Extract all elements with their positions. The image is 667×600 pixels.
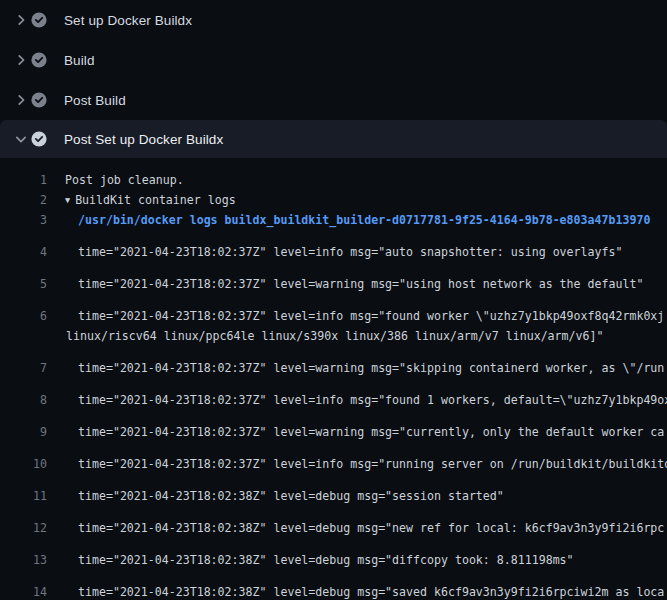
line-number[interactable]: 13 [0, 550, 47, 570]
step-header-build[interactable]: Build [0, 40, 667, 80]
check-circle-icon [31, 12, 47, 28]
check-circle-icon [31, 52, 47, 68]
log-line: 6time="2021-04-23T18:02:37Z" level=info … [0, 294, 667, 326]
line-number[interactable]: 8 [0, 390, 47, 410]
line-number[interactable]: 5 [0, 274, 47, 294]
log-text: time="2021-04-23T18:02:38Z" level=debug … [47, 550, 574, 570]
chevron-right-icon [13, 52, 29, 68]
log-command-text: /usr/bin/docker logs buildx_buildkit_bui… [47, 210, 650, 230]
log-line: 3/usr/bin/docker logs buildx_buildkit_bu… [0, 210, 667, 230]
log-line: 14time="2021-04-23T18:02:38Z" level=debu… [0, 570, 667, 600]
step-header-post-build[interactable]: Post Build [0, 80, 667, 120]
log-line: 7time="2021-04-23T18:02:37Z" level=warni… [0, 346, 667, 378]
log-text: time="2021-04-23T18:02:37Z" level=warnin… [47, 358, 664, 378]
log-line: 13time="2021-04-23T18:02:38Z" level=debu… [0, 538, 667, 570]
check-circle-icon [31, 92, 47, 108]
log-text: time="2021-04-23T18:02:37Z" level=info m… [47, 454, 667, 474]
chevron-right-icon [13, 12, 29, 28]
step-title: Set up Docker Buildx [64, 13, 192, 28]
step-title: Build [64, 53, 95, 68]
check-circle-icon [31, 131, 47, 147]
log-line: 4time="2021-04-23T18:02:37Z" level=info … [0, 230, 667, 262]
line-number[interactable]: 7 [0, 358, 47, 378]
log-line: 8time="2021-04-23T18:02:37Z" level=info … [0, 378, 667, 410]
line-number[interactable]: 4 [0, 242, 47, 262]
step-title: Post Build [64, 93, 126, 108]
step-header-set-up-docker-buildx[interactable]: Set up Docker Buildx [0, 0, 667, 40]
log-line: 10time="2021-04-23T18:02:37Z" level=info… [0, 442, 667, 474]
line-number[interactable]: 1 [0, 170, 47, 190]
step-title: Post Set up Docker Buildx [64, 132, 223, 147]
log-lines: 1Post job cleanup.2▼BuildKit container l… [0, 158, 667, 600]
line-number[interactable]: 12 [0, 518, 47, 538]
log-line: 12time="2021-04-23T18:02:38Z" level=debu… [0, 506, 667, 538]
line-number[interactable]: 9 [0, 422, 47, 442]
line-number[interactable]: 3 [0, 210, 47, 230]
log-text: time="2021-04-23T18:02:38Z" level=debug … [47, 518, 664, 538]
log-text: time="2021-04-23T18:02:38Z" level=debug … [47, 486, 504, 506]
line-number[interactable]: 10 [0, 454, 47, 474]
log-group-toggle-icon[interactable]: ▼ [47, 190, 70, 210]
line-number[interactable]: 11 [0, 486, 47, 506]
line-number [0, 326, 47, 346]
log-text: Post job cleanup. [47, 170, 184, 190]
log-group-title[interactable]: BuildKit container logs [70, 190, 236, 210]
log-line: 5time="2021-04-23T18:02:37Z" level=warni… [0, 262, 667, 294]
line-number[interactable]: 14 [0, 582, 47, 600]
log-text: time="2021-04-23T18:02:37Z" level=info m… [47, 242, 622, 262]
log-text: time="2021-04-23T18:02:37Z" level=warnin… [47, 274, 643, 294]
log-line: 1Post job cleanup. [0, 170, 667, 190]
log-text: time="2021-04-23T18:02:37Z" level=info m… [47, 306, 664, 326]
line-number[interactable]: 2 [0, 190, 47, 210]
log-text: linux/riscv64 linux/ppc64le linux/s390x … [47, 326, 603, 346]
log-line-continuation: linux/riscv64 linux/ppc64le linux/s390x … [0, 326, 667, 346]
chevron-right-icon [13, 92, 29, 108]
log-text: time="2021-04-23T18:02:37Z" level=info m… [47, 390, 667, 410]
chevron-down-icon [13, 131, 29, 147]
log-line: 11time="2021-04-23T18:02:38Z" level=debu… [0, 474, 667, 506]
line-number[interactable]: 6 [0, 306, 47, 326]
log-text: time="2021-04-23T18:02:38Z" level=debug … [47, 582, 664, 600]
log-text: time="2021-04-23T18:02:37Z" level=warnin… [47, 422, 664, 442]
step-header-post-set-up-docker-buildx[interactable]: Post Set up Docker Buildx [0, 120, 667, 158]
log-line: 2▼BuildKit container logs [0, 190, 667, 210]
log-line: 9time="2021-04-23T18:02:37Z" level=warni… [0, 410, 667, 442]
steps-list: Set up Docker Buildx Build Post Build Po… [0, 0, 667, 158]
